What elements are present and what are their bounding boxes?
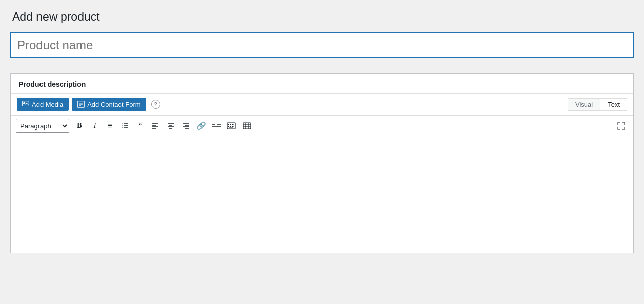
- editor-box: Product description Add Media: [10, 73, 634, 253]
- link-button[interactable]: 🔗: [194, 119, 208, 133]
- svg-rect-35: [229, 128, 233, 129]
- add-media-button[interactable]: Add Media: [17, 98, 69, 111]
- svg-rect-29: [232, 124, 233, 125]
- svg-rect-31: [228, 126, 229, 127]
- editor-toolbar-format: Paragraph Heading 1 Heading 2 Heading 3 …: [11, 116, 633, 136]
- more-break-button[interactable]: [209, 119, 223, 133]
- text-tab[interactable]: Text: [600, 98, 627, 111]
- svg-rect-30: [234, 124, 235, 125]
- add-contact-form-label: Add Contact Form: [87, 101, 141, 108]
- svg-rect-33: [232, 126, 233, 127]
- svg-rect-36: [243, 123, 251, 129]
- italic-button[interactable]: I: [88, 119, 102, 133]
- expand-button[interactable]: [614, 119, 628, 133]
- svg-rect-34: [234, 126, 235, 127]
- svg-rect-32: [230, 126, 231, 127]
- svg-rect-28: [230, 124, 231, 125]
- editor-toolbar-top: Add Media Add Contact Form ? Visual Text: [11, 94, 633, 116]
- align-left-button[interactable]: [148, 119, 163, 133]
- view-tabs: Visual Text: [568, 98, 627, 111]
- format-dropdown[interactable]: Paragraph Heading 1 Heading 2 Heading 3 …: [16, 119, 69, 133]
- media-icon: [22, 100, 29, 108]
- svg-text:3: 3: [122, 126, 123, 129]
- add-contact-form-button[interactable]: Add Contact Form: [72, 98, 146, 111]
- bold-button[interactable]: B: [72, 119, 87, 133]
- table-button[interactable]: [239, 119, 254, 133]
- svg-rect-27: [228, 124, 229, 125]
- blockquote-button[interactable]: “: [133, 119, 147, 133]
- contact-form-icon: [77, 100, 85, 108]
- help-icon[interactable]: ?: [151, 100, 160, 109]
- ordered-list-button[interactable]: 1 2 3: [118, 119, 132, 133]
- keyboard-button[interactable]: [224, 119, 238, 133]
- align-right-button[interactable]: [179, 119, 193, 133]
- editor-content-area[interactable]: [11, 136, 633, 253]
- product-name-input[interactable]: [10, 32, 634, 58]
- visual-tab[interactable]: Visual: [568, 98, 600, 111]
- align-center-button[interactable]: [164, 119, 178, 133]
- add-media-label: Add Media: [32, 101, 63, 108]
- editor-section-label: Product description: [11, 74, 633, 94]
- page-title: Add new product: [10, 10, 634, 24]
- bullet-list-button[interactable]: ≡: [103, 119, 117, 133]
